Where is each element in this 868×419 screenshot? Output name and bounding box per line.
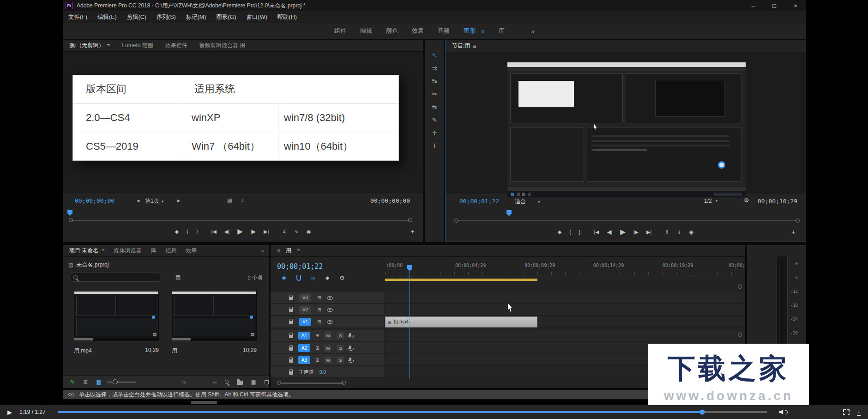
track-lock-icon[interactable] xyxy=(289,371,293,375)
sync-lock-icon[interactable]: ⊞ xyxy=(315,333,319,338)
project-item-thumbnail[interactable]: ▤ xyxy=(172,291,257,341)
add-button[interactable]: + xyxy=(410,227,415,235)
go-to-in-button[interactable]: |◀ xyxy=(594,229,599,235)
close-tab-icon[interactable]: × xyxy=(277,248,280,254)
workspace-overflow-icon[interactable]: » xyxy=(531,28,535,35)
project-item[interactable]: ▤ 用 10;29 xyxy=(172,291,257,355)
tab-info[interactable]: 信息 xyxy=(165,247,176,255)
zoom-level-select[interactable]: 适合 ▾ xyxy=(515,198,540,206)
razor-tool[interactable]: ✂ xyxy=(432,91,437,97)
export-frame-button[interactable]: ◉ xyxy=(689,229,694,235)
source-scrub-track[interactable] xyxy=(71,220,410,221)
slip-tool[interactable]: ⇆ xyxy=(432,103,437,110)
go-to-in-button[interactable]: |◀ xyxy=(211,229,216,235)
panel-menu-icon[interactable]: ≡ xyxy=(101,248,104,254)
insert-button[interactable]: ⇓ xyxy=(282,229,286,235)
track-badge-v1[interactable]: V1 xyxy=(299,318,311,326)
program-current-timecode[interactable]: 00;00;01;22 xyxy=(459,198,499,205)
workspace-assembly[interactable]: 组件 xyxy=(334,27,346,35)
track-badge-a1[interactable]: A1 xyxy=(298,332,310,340)
menu-window[interactable]: 窗口(W) xyxy=(246,13,267,21)
type-tool[interactable]: T xyxy=(433,142,436,149)
nest-toggle-icon[interactable]: ✱ xyxy=(282,275,286,281)
menu-edit[interactable]: 编辑(E) xyxy=(97,13,117,21)
new-bin-icon[interactable] xyxy=(237,381,243,385)
menu-help[interactable]: 帮助(H) xyxy=(277,13,297,21)
selection-tool[interactable]: ↖ xyxy=(432,52,437,59)
go-to-out-button[interactable]: ▶| xyxy=(264,229,269,235)
lift-button[interactable]: ⇑ xyxy=(665,229,669,235)
mark-in-button[interactable]: { xyxy=(569,229,571,235)
step-back-button[interactable]: ◀| xyxy=(607,229,612,235)
track-lock-icon[interactable] xyxy=(289,347,293,351)
step-forward-button[interactable]: |▶ xyxy=(633,229,639,235)
mark-out-button[interactable]: } xyxy=(579,229,581,235)
source-current-timecode[interactable]: 00;00;00;00 xyxy=(75,197,115,204)
voiceover-record-icon[interactable] xyxy=(349,333,351,337)
list-view-icon[interactable]: ≣ xyxy=(83,379,88,385)
ripple-edit-tool[interactable]: ↹ xyxy=(432,78,437,85)
menu-file[interactable]: 文件(F) xyxy=(68,13,87,21)
tab-libraries[interactable]: 库 xyxy=(151,247,156,255)
tab-effects[interactable]: 效果 xyxy=(186,247,197,255)
tab-media-browser[interactable]: 媒体浏览器 xyxy=(114,247,141,255)
menu-clip[interactable]: 剪辑(C) xyxy=(127,13,146,21)
voiceover-record-icon[interactable] xyxy=(349,346,351,349)
workspace-editing[interactable]: 编辑 xyxy=(360,27,372,35)
playback-resolution-select[interactable]: 1/2 ▾ xyxy=(704,198,717,204)
page-selector[interactable]: 第1页 ▾ xyxy=(145,197,163,205)
timeline-ruler[interactable]: ;00;00 00;00;04;29 00;00;09;29 00;00;14;… xyxy=(385,261,745,275)
export-frame-button[interactable]: ◉ xyxy=(307,229,311,235)
source-playhead[interactable] xyxy=(67,210,72,216)
snap-icon[interactable] xyxy=(296,275,301,281)
pen-tool[interactable]: ✎ xyxy=(432,116,437,123)
menu-sequence[interactable]: 序列(S) xyxy=(157,13,176,21)
track-lane-v2[interactable] xyxy=(385,304,745,316)
track-select-tool[interactable]: ⇉ xyxy=(432,65,437,72)
sync-lock-icon[interactable]: ⊞ xyxy=(315,358,319,363)
solo-button[interactable]: S xyxy=(337,357,344,364)
mute-button[interactable]: M xyxy=(324,345,332,352)
tab-audio-clip-mixer[interactable]: 音频剪辑混合器:用 xyxy=(199,42,245,49)
timeline-settings-icon[interactable]: ⚙ xyxy=(339,274,345,281)
track-badge-a2[interactable]: A2 xyxy=(298,344,310,352)
track-lane-a1[interactable] xyxy=(385,330,745,342)
track-badge-a3[interactable]: A3 xyxy=(298,356,310,364)
vertical-scroll-handle-bottom[interactable] xyxy=(738,333,742,337)
project-writable-icon[interactable]: ✎ xyxy=(70,379,75,385)
scrub-handle-left[interactable] xyxy=(69,218,73,222)
project-item-thumbnail[interactable]: ▤ xyxy=(74,291,159,341)
sync-lock-icon[interactable]: ⊞ xyxy=(317,319,321,324)
tab-sequence[interactable]: 用 xyxy=(286,247,291,255)
player-progress-handle[interactable] xyxy=(699,410,705,415)
hand-tool[interactable]: ✛ xyxy=(432,129,437,136)
sort-icon[interactable]: ◇ xyxy=(181,379,186,385)
add-marker-button[interactable]: ◆ xyxy=(175,229,179,235)
step-forward-button[interactable]: |▶ xyxy=(251,229,256,235)
icon-view-icon[interactable]: ▦ xyxy=(96,379,101,385)
timeline-timecode[interactable]: 00;00;01;22 xyxy=(277,262,323,271)
maximize-button[interactable]: □ xyxy=(764,0,785,11)
track-lock-icon[interactable] xyxy=(289,321,293,324)
scrub-handle-right[interactable] xyxy=(796,219,800,223)
mark-in-button[interactable]: { xyxy=(187,229,188,234)
automate-to-sequence-icon[interactable]: ▸▸ xyxy=(213,379,217,385)
timeline-clip[interactable]: ▤ 用.mp4 xyxy=(385,316,537,328)
search-bin-icon[interactable]: ▤ xyxy=(175,274,181,280)
add-marker-icon[interactable]: ◆ xyxy=(326,275,329,281)
download-icon[interactable]: ↓ xyxy=(857,409,861,416)
step-back-button[interactable]: ◀| xyxy=(224,229,229,235)
project-search-input[interactable] xyxy=(81,274,150,280)
scrub-handle-right[interactable] xyxy=(408,218,412,222)
workspace-graphics[interactable]: 图形 xyxy=(464,27,476,35)
project-item-name[interactable]: 用.mp4 xyxy=(74,347,92,355)
volume-icon[interactable] xyxy=(779,409,788,415)
go-to-out-button[interactable]: ▶| xyxy=(646,229,651,235)
workspace-color[interactable]: 颜色 xyxy=(386,27,398,35)
panel-menu-icon[interactable]: ≡ xyxy=(473,43,476,49)
workspace-audio[interactable]: 音频 xyxy=(438,27,450,35)
workspace-menu-icon[interactable]: ≡ xyxy=(481,28,485,35)
settings-icon[interactable]: ⚙ xyxy=(744,197,749,204)
overwrite-button[interactable]: ⇘ xyxy=(295,229,299,235)
vertical-scroll-handle-top[interactable] xyxy=(738,285,742,289)
